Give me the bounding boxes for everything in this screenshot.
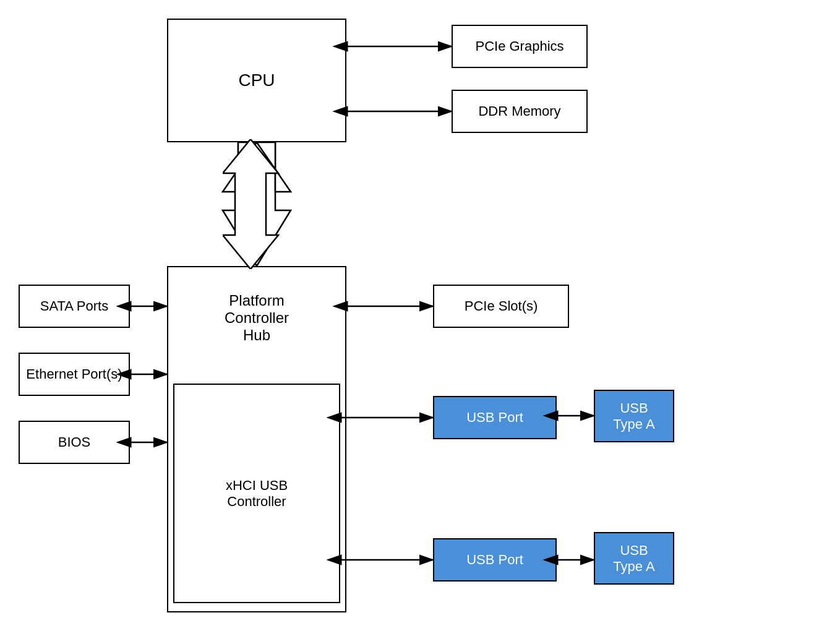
usb-type-a-1-box: USBType A bbox=[594, 390, 674, 442]
svg-marker-14 bbox=[223, 139, 278, 269]
diagram: CPU PCIe Graphics DDR Memory PlatformCon… bbox=[0, 0, 840, 631]
xhci-box: xHCI USBController bbox=[173, 384, 340, 603]
usb-type-a-2-label: USBType A bbox=[613, 543, 654, 575]
usb-type-a-2-box: USBType A bbox=[594, 532, 674, 585]
usb-port-2-box: USB Port bbox=[433, 538, 557, 582]
cpu-box: CPU bbox=[167, 19, 346, 142]
cpu-pch-bidirectional-arrow bbox=[223, 139, 291, 269]
bios-box: BIOS bbox=[19, 421, 130, 464]
cpu-label: CPU bbox=[238, 71, 275, 90]
xhci-label: xHCI USBController bbox=[226, 478, 288, 510]
pcie-graphics-label: PCIe Graphics bbox=[475, 38, 564, 54]
usb-type-a-1-label: USBType A bbox=[613, 400, 654, 432]
sata-ports-label: SATA Ports bbox=[40, 298, 108, 314]
usb-port-1-box: USB Port bbox=[433, 396, 557, 439]
ethernet-box: Ethernet Port(s) bbox=[19, 353, 130, 396]
pcie-slots-label: PCIe Slot(s) bbox=[465, 298, 538, 314]
sata-ports-box: SATA Ports bbox=[19, 285, 130, 328]
usb-port-2-label: USB Port bbox=[466, 552, 523, 568]
pch-label: PlatformControllerHub bbox=[168, 292, 345, 344]
pcie-slots-box: PCIe Slot(s) bbox=[433, 285, 569, 328]
ddr-memory-label: DDR Memory bbox=[478, 103, 560, 119]
ddr-memory-box: DDR Memory bbox=[452, 90, 588, 133]
usb-port-1-label: USB Port bbox=[466, 410, 523, 426]
ethernet-label: Ethernet Port(s) bbox=[26, 366, 122, 382]
bios-label: BIOS bbox=[58, 434, 91, 450]
pcie-graphics-box: PCIe Graphics bbox=[452, 25, 588, 68]
